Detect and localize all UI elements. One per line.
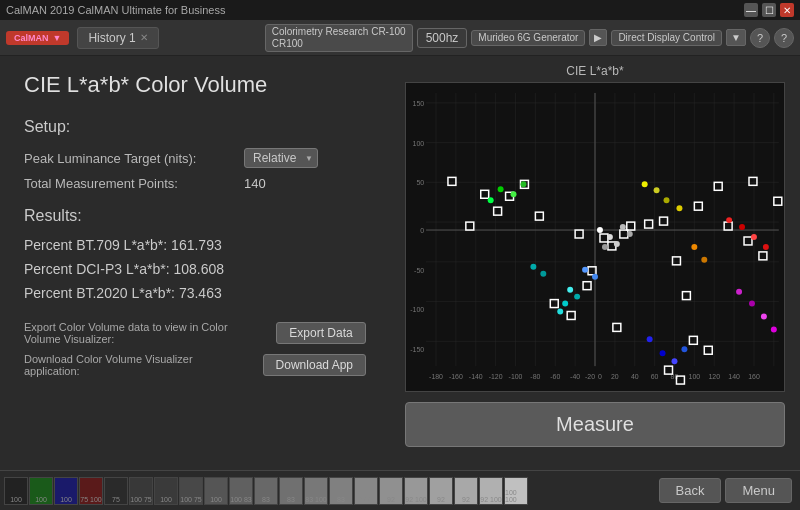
result-dci-p3: Percent DCI-P3 L*a*b*: 108.608 <box>24 261 366 277</box>
device2-chip: Murideo 6G Generator <box>471 30 585 46</box>
swatch-item[interactable]: 100 <box>154 477 178 505</box>
svg-point-110 <box>607 234 613 240</box>
svg-text:-100: -100 <box>410 307 424 314</box>
device2-label: Murideo 6G Generator <box>478 32 578 44</box>
svg-text:-20: -20 <box>585 373 595 380</box>
download-button[interactable]: Download App <box>263 354 366 376</box>
svg-text:-150: -150 <box>410 346 424 353</box>
swatch-item[interactable]: 100 <box>354 477 378 505</box>
peak-luminance-dropdown[interactable]: Relative <box>244 148 318 168</box>
swatch-item[interactable]: 100 75 <box>129 477 153 505</box>
svg-point-95 <box>751 234 757 240</box>
export-section: Export Color Volume data to view in Colo… <box>24 321 366 377</box>
swatch-item[interactable]: 100 100 <box>504 477 528 505</box>
device1-chip: Colorimetry Research CR-100 CR100 <box>265 24 413 52</box>
swatch-item[interactable]: 100 75 <box>179 477 203 505</box>
device3-chip: Direct Display Control <box>611 30 722 46</box>
swatch-item[interactable]: 100 83 <box>229 477 253 505</box>
svg-text:50: 50 <box>416 179 424 186</box>
swatch-item[interactable]: 100 <box>204 477 228 505</box>
info-button[interactable]: ? <box>774 28 794 48</box>
device2-arrow[interactable]: ▶ <box>589 29 607 46</box>
setup-label: Setup: <box>24 118 366 136</box>
svg-text:100: 100 <box>413 140 425 147</box>
history-tab[interactable]: History 1 ✕ <box>77 27 158 49</box>
total-points-row: Total Measurement Points: 140 <box>24 176 366 191</box>
swatch-item[interactable]: 75 100 <box>79 477 103 505</box>
swatch-item[interactable]: 75 <box>104 477 128 505</box>
svg-point-86 <box>511 191 517 197</box>
tab-label: History 1 <box>88 31 135 45</box>
svg-point-111 <box>614 241 620 247</box>
window-title: CalMAN 2019 CalMAN Ultimate for Business <box>6 4 225 16</box>
svg-text:150: 150 <box>413 100 425 107</box>
page-title: CIE L*a*b* Color Volume <box>24 72 366 98</box>
svg-point-112 <box>620 224 626 230</box>
swatch-item[interactable]: 92 <box>379 477 403 505</box>
swatch-item[interactable]: 83 <box>254 477 278 505</box>
svg-text:-50: -50 <box>414 267 424 274</box>
maximize-button[interactable]: ☐ <box>762 3 776 17</box>
svg-point-85 <box>498 186 504 192</box>
tab-close-icon[interactable]: ✕ <box>140 32 148 43</box>
title-bar: CalMAN 2019 CalMAN Ultimate for Business… <box>0 0 800 20</box>
svg-point-101 <box>647 336 653 342</box>
svg-point-116 <box>701 257 707 263</box>
result-bt2020: Percent BT.2020 L*a*b*: 73.463 <box>24 285 366 301</box>
device3-label: Direct Display Control <box>618 32 715 44</box>
measure-button[interactable]: Measure <box>405 402 785 447</box>
swatch-item[interactable]: 92 <box>429 477 453 505</box>
bottom-nav: Back Menu <box>659 478 796 503</box>
svg-point-98 <box>749 301 755 307</box>
svg-text:140: 140 <box>728 373 740 380</box>
swatch-item[interactable]: 100 <box>29 477 53 505</box>
left-panel: CIE L*a*b* Color Volume Setup: Peak Lumi… <box>0 56 390 470</box>
right-panel: CIE L*a*b* <box>390 56 800 470</box>
peak-luminance-label: Peak Luminance Target (nits): <box>24 151 244 166</box>
close-button[interactable]: ✕ <box>780 3 794 17</box>
swatch-item[interactable]: 83 100 <box>304 477 328 505</box>
svg-text:0: 0 <box>598 373 602 380</box>
chart-title: CIE L*a*b* <box>566 64 623 78</box>
svg-point-92 <box>676 205 682 211</box>
swatch-item[interactable]: 92 100 <box>479 477 503 505</box>
svg-point-120 <box>592 274 598 280</box>
svg-point-108 <box>567 287 573 293</box>
export-button[interactable]: Export Data <box>276 322 366 344</box>
window-controls: — ☐ ✕ <box>744 3 794 17</box>
chart-container: -180 -160 -140 -120 -100 -80 -60 -40 -20… <box>405 82 785 392</box>
logo-text: CalMAN <box>14 33 49 43</box>
export-row: Export Color Volume data to view in Colo… <box>24 321 366 345</box>
swatch-item[interactable]: 83 <box>329 477 353 505</box>
svg-point-100 <box>771 326 777 332</box>
svg-point-99 <box>761 314 767 320</box>
svg-text:-140: -140 <box>469 373 483 380</box>
svg-point-88 <box>488 197 494 203</box>
app-logo[interactable]: CalMAN ▼ <box>6 31 69 45</box>
minimize-button[interactable]: — <box>744 3 758 17</box>
svg-text:-180: -180 <box>429 373 443 380</box>
swatch-item[interactable]: 100 <box>54 477 78 505</box>
help-button[interactable]: ? <box>750 28 770 48</box>
svg-text:0: 0 <box>420 227 424 234</box>
svg-text:40: 40 <box>631 373 639 380</box>
svg-point-91 <box>664 197 670 203</box>
svg-point-113 <box>627 231 633 237</box>
device3-arrow[interactable]: ▼ <box>726 29 746 46</box>
swatch-item[interactable]: 92 <box>454 477 478 505</box>
main-content: CIE L*a*b* Color Volume Setup: Peak Lumi… <box>0 56 800 470</box>
svg-point-106 <box>574 294 580 300</box>
device1-label: Colorimetry Research CR-100 <box>272 26 406 38</box>
results-section: Results: Percent BT.709 L*a*b*: 161.793 … <box>24 207 366 301</box>
swatch-item[interactable]: 100 <box>4 477 28 505</box>
back-button[interactable]: Back <box>659 478 722 503</box>
peak-luminance-dropdown-wrap[interactable]: Relative <box>244 148 318 168</box>
download-row: Download Color Volume Visualizer applica… <box>24 353 366 377</box>
menu-button[interactable]: Menu <box>725 478 792 503</box>
frequency-value: 500hz <box>426 31 459 45</box>
swatch-item[interactable]: 83 <box>279 477 303 505</box>
swatch-item[interactable]: 92 100 <box>404 477 428 505</box>
svg-text:100: 100 <box>689 373 701 380</box>
total-points-value: 140 <box>244 176 266 191</box>
svg-text:-160: -160 <box>449 373 463 380</box>
